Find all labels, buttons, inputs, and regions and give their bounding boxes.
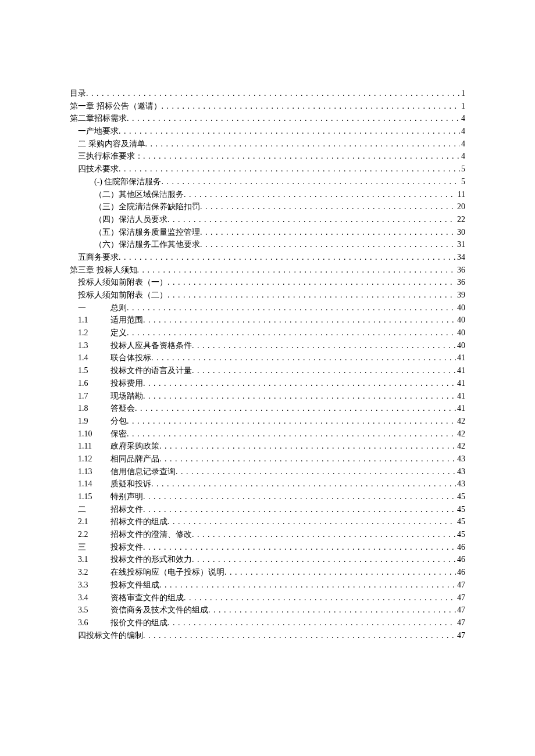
toc-leader-dots: [151, 478, 456, 490]
toc-label: 1.15特别声明: [78, 490, 143, 503]
toc-page-number: 4: [460, 138, 465, 151]
toc-page-number: 5: [460, 163, 465, 175]
toc-page-number: 46: [456, 541, 465, 554]
toc-page-number: 41: [456, 352, 465, 364]
toc-label: 四投标文件的编制: [78, 629, 143, 642]
toc-leader-dots: [143, 377, 456, 390]
toc-title: 招标文件: [110, 505, 143, 514]
toc-entry: 1.3投标人应具备资格条件40: [70, 339, 465, 352]
toc-entry: 1.4联合体投标41: [70, 352, 465, 364]
toc-label: 1.1适用范围: [78, 314, 143, 327]
toc-title: 投标文件: [110, 543, 143, 551]
toc-label: 3.2在线投标响应（电子投标）说明: [78, 566, 224, 579]
toc-title: 投标费用: [110, 379, 143, 388]
toc-entry: 2.2招标文件的澄清、修改45: [70, 528, 465, 541]
toc-page-number: 43: [456, 453, 465, 465]
toc-entry: 五商务要求34: [70, 251, 465, 264]
toc-page-number: 43: [456, 465, 465, 478]
toc-number: 1.15: [78, 490, 110, 503]
toc-title: 投标文件的形式和效力: [110, 555, 192, 564]
toc-page-number: 43: [456, 478, 465, 490]
toc-page-number: 45: [456, 490, 465, 503]
toc-entry: 一总则40: [70, 302, 465, 314]
toc-entry: 投标人须知前附表（二）39: [70, 289, 465, 302]
toc-title: 信用信息记录查询: [110, 467, 176, 476]
toc-page-number: 41: [456, 377, 465, 390]
toc-entry: 四技术要求5: [70, 163, 465, 175]
toc-label: 第三章 投标人须知: [70, 264, 137, 277]
toc-entry: 1.8答疑会41: [70, 402, 465, 415]
toc-page-number: 47: [456, 617, 465, 629]
toc-leader-dots: [159, 579, 456, 592]
toc-entry: 3.6报价文件的组成47: [70, 617, 465, 629]
toc-page-number: 36: [456, 276, 465, 289]
toc-leader-dots: [200, 238, 456, 251]
toc-leader-dots: [184, 592, 456, 604]
toc-page-number: 46: [456, 553, 465, 566]
toc-label: 1.2定义: [78, 327, 127, 339]
toc-page-number: 34: [456, 251, 465, 264]
toc-page-number: 42: [456, 415, 465, 428]
toc-label: 三投标文件: [78, 541, 143, 554]
toc-label: 1.14质疑和投诉: [78, 478, 151, 490]
toc-leader-dots: [143, 503, 456, 516]
toc-page-number: 45: [456, 515, 465, 528]
toc-label: 五商务要求: [78, 251, 119, 264]
toc-number: 1.2: [78, 327, 110, 339]
toc-leader-dots: [127, 302, 456, 314]
toc-number: 1.6: [78, 377, 110, 390]
toc-leader-dots: [192, 553, 456, 566]
toc-page-number: 45: [456, 503, 465, 516]
toc-entry: （五）保洁服务质量监控管理30: [70, 226, 465, 239]
toc-entry: 1.10保密42: [70, 428, 465, 440]
toc-label: 3.1投标文件的形式和效力: [78, 553, 192, 566]
toc-title: 相同品牌产品: [110, 454, 159, 463]
toc-number: 2.2: [78, 528, 110, 541]
toc-leader-dots: [137, 264, 456, 277]
toc-leader-dots: [167, 213, 456, 226]
toc-leader-dots: [127, 327, 456, 339]
toc-label: （三）全院清洁保养缺陷扣罚: [94, 200, 200, 213]
toc-page-number: 41: [456, 364, 465, 377]
toc-page-number: 47: [456, 629, 465, 642]
toc-label: 1.10保密: [78, 428, 127, 440]
toc-entry: 目录1: [70, 87, 465, 100]
toc-page-number: 42: [456, 440, 465, 453]
toc-label: 四技术要求: [78, 163, 119, 175]
toc-leader-dots: [145, 138, 461, 151]
toc-label: 1.11政府采购政策: [78, 440, 159, 453]
toc-label: 第二章招标需求: [70, 112, 127, 125]
toc-page-number: 40: [456, 339, 465, 352]
toc-title: 答疑会: [110, 404, 135, 413]
toc-number: 三: [78, 541, 110, 554]
toc-title: 投标文件的语言及计量: [110, 366, 192, 375]
toc-entry: 1.5投标文件的语言及计量41: [70, 364, 465, 377]
toc-title: 分包: [110, 417, 127, 425]
toc-page-number: 47: [456, 592, 465, 604]
toc-number: 3.3: [78, 579, 110, 592]
toc-page-number: 47: [456, 604, 465, 617]
toc-entry: 2.1招标文件的组成45: [70, 515, 465, 528]
toc-page-number: 39: [456, 289, 465, 302]
toc-number: 1.11: [78, 440, 110, 453]
toc-label: （二）其他区域保洁服务: [94, 188, 184, 201]
toc-number: 3.1: [78, 553, 110, 566]
toc-entry: (-) 住院部保洁服务5: [70, 175, 465, 188]
toc-label: 一产地要求: [78, 125, 119, 138]
toc-page-number: 22: [456, 213, 465, 226]
toc-title: 投标文件组成: [110, 581, 159, 589]
toc-entry: 3.2在线投标响应（电子投标）说明46: [70, 566, 465, 579]
toc-number: 1.1: [78, 314, 110, 327]
toc-label: 2.2招标文件的澄清、修改: [78, 528, 192, 541]
toc-leader-dots: [119, 251, 456, 264]
toc-label: 1.12相同品牌产品: [78, 453, 159, 465]
table-of-contents: 目录1第一章 招标公告（邀请）1第二章招标需求4一产地要求4二 采购内容及清单4…: [70, 87, 465, 642]
toc-entry: 3.4资格审查文件的组成47: [70, 592, 465, 604]
toc-entry: 1.7现场踏勘41: [70, 390, 465, 403]
toc-title: 资信商务及技术文件的组成: [110, 605, 208, 614]
toc-label: 2.1招标文件的组成: [78, 515, 167, 528]
toc-leader-dots: [119, 125, 460, 138]
toc-page-number: 5: [460, 175, 465, 188]
toc-entry: （二）其他区域保洁服务11: [70, 188, 465, 201]
toc-number: 1.5: [78, 364, 110, 377]
